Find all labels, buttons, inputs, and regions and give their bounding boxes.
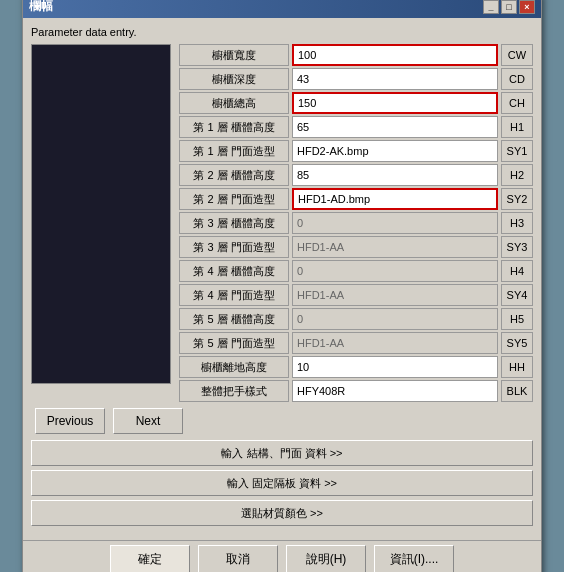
next-button[interactable]: Next bbox=[113, 408, 183, 434]
field-input-12[interactable] bbox=[292, 332, 498, 354]
nav-row: Previous Next bbox=[31, 408, 533, 434]
field-input-7[interactable] bbox=[292, 212, 498, 234]
maximize-button[interactable]: □ bbox=[501, 0, 517, 14]
field-row: 第 1 層 門面造型SY1 bbox=[179, 140, 533, 162]
title-bar-buttons: _ □ × bbox=[483, 0, 535, 14]
field-label-3: 第 1 層 櫃體高度 bbox=[179, 116, 289, 138]
field-input-13[interactable] bbox=[292, 356, 498, 378]
field-code-8: SY3 bbox=[501, 236, 533, 258]
info-button[interactable]: 資訊(I).... bbox=[374, 545, 454, 572]
field-input-11[interactable] bbox=[292, 308, 498, 330]
field-label-1: 櫥櫃深度 bbox=[179, 68, 289, 90]
field-code-10: SY4 bbox=[501, 284, 533, 306]
field-row: 第 4 層 櫃體高度H4 bbox=[179, 260, 533, 282]
action-button-2[interactable]: 選貼材質顏色 >> bbox=[31, 500, 533, 526]
field-code-6: SY2 bbox=[501, 188, 533, 210]
content-area: Parameter data entry. 櫥櫃寬度CW櫥櫃深度CD櫥櫃總高CH… bbox=[23, 18, 541, 540]
field-code-5: H2 bbox=[501, 164, 533, 186]
minimize-button[interactable]: _ bbox=[483, 0, 499, 14]
field-code-11: H5 bbox=[501, 308, 533, 330]
field-input-6[interactable] bbox=[292, 188, 498, 210]
title-bar: 欄幅 _ □ × bbox=[23, 0, 541, 18]
field-label-0: 櫥櫃寬度 bbox=[179, 44, 289, 66]
field-code-13: HH bbox=[501, 356, 533, 378]
field-code-14: BLK bbox=[501, 380, 533, 402]
field-label-13: 櫥櫃離地高度 bbox=[179, 356, 289, 378]
field-input-8[interactable] bbox=[292, 236, 498, 258]
field-input-9[interactable] bbox=[292, 260, 498, 282]
field-code-1: CD bbox=[501, 68, 533, 90]
field-code-12: SY5 bbox=[501, 332, 533, 354]
field-code-2: CH bbox=[501, 92, 533, 114]
field-label-9: 第 4 層 櫃體高度 bbox=[179, 260, 289, 282]
field-label-6: 第 2 層 門面造型 bbox=[179, 188, 289, 210]
field-label-11: 第 5 層 櫃體高度 bbox=[179, 308, 289, 330]
field-row: 第 3 層 門面造型SY3 bbox=[179, 236, 533, 258]
field-row: 第 4 層 門面造型SY4 bbox=[179, 284, 533, 306]
field-row: 第 2 層 門面造型SY2 bbox=[179, 188, 533, 210]
fields-area: 櫥櫃寬度CW櫥櫃深度CD櫥櫃總高CH第 1 層 櫃體高度H1第 1 層 門面造型… bbox=[179, 44, 533, 402]
field-row: 整體把手樣式BLK bbox=[179, 380, 533, 402]
field-row: 櫥櫃深度CD bbox=[179, 68, 533, 90]
action-buttons-area: 輸入 結構、門面 資料 >>輸入 固定隔板 資料 >>選貼材質顏色 >> bbox=[31, 440, 533, 526]
field-code-9: H4 bbox=[501, 260, 533, 282]
field-label-10: 第 4 層 門面造型 bbox=[179, 284, 289, 306]
field-label-8: 第 3 層 門面造型 bbox=[179, 236, 289, 258]
field-row: 櫥櫃總高CH bbox=[179, 92, 533, 114]
field-row: 第 5 層 櫃體高度H5 bbox=[179, 308, 533, 330]
field-row: 第 3 層 櫃體高度H3 bbox=[179, 212, 533, 234]
field-input-1[interactable] bbox=[292, 68, 498, 90]
field-label-5: 第 2 層 櫃體高度 bbox=[179, 164, 289, 186]
field-code-7: H3 bbox=[501, 212, 533, 234]
preview-box bbox=[31, 44, 171, 384]
field-input-0[interactable] bbox=[292, 44, 498, 66]
window-title: 欄幅 bbox=[29, 0, 53, 15]
field-row: 櫥櫃離地高度HH bbox=[179, 356, 533, 378]
field-code-3: H1 bbox=[501, 116, 533, 138]
confirm-button[interactable]: 確定 bbox=[110, 545, 190, 572]
action-button-1[interactable]: 輸入 固定隔板 資料 >> bbox=[31, 470, 533, 496]
cancel-button[interactable]: 取消 bbox=[198, 545, 278, 572]
field-input-10[interactable] bbox=[292, 284, 498, 306]
field-label-4: 第 1 層 門面造型 bbox=[179, 140, 289, 162]
field-row: 櫥櫃寬度CW bbox=[179, 44, 533, 66]
field-label-14: 整體把手樣式 bbox=[179, 380, 289, 402]
field-input-3[interactable] bbox=[292, 116, 498, 138]
field-label-7: 第 3 層 櫃體高度 bbox=[179, 212, 289, 234]
field-label-12: 第 5 層 門面造型 bbox=[179, 332, 289, 354]
field-input-4[interactable] bbox=[292, 140, 498, 162]
field-input-2[interactable] bbox=[292, 92, 498, 114]
main-area: 櫥櫃寬度CW櫥櫃深度CD櫥櫃總高CH第 1 層 櫃體高度H1第 1 層 門面造型… bbox=[31, 44, 533, 402]
field-label-2: 櫥櫃總高 bbox=[179, 92, 289, 114]
param-label: Parameter data entry. bbox=[31, 26, 533, 38]
field-row: 第 1 層 櫃體高度H1 bbox=[179, 116, 533, 138]
main-window: 欄幅 _ □ × Parameter data entry. 櫥櫃寬度CW櫥櫃深… bbox=[22, 0, 542, 572]
field-code-0: CW bbox=[501, 44, 533, 66]
field-row: 第 2 層 櫃體高度H2 bbox=[179, 164, 533, 186]
field-input-5[interactable] bbox=[292, 164, 498, 186]
action-button-0[interactable]: 輸入 結構、門面 資料 >> bbox=[31, 440, 533, 466]
bottom-row: 確定取消說明(H)資訊(I).... bbox=[23, 540, 541, 572]
field-code-4: SY1 bbox=[501, 140, 533, 162]
field-row: 第 5 層 門面造型SY5 bbox=[179, 332, 533, 354]
close-button[interactable]: × bbox=[519, 0, 535, 14]
help-button[interactable]: 說明(H) bbox=[286, 545, 366, 572]
field-input-14[interactable] bbox=[292, 380, 498, 402]
previous-button[interactable]: Previous bbox=[35, 408, 105, 434]
